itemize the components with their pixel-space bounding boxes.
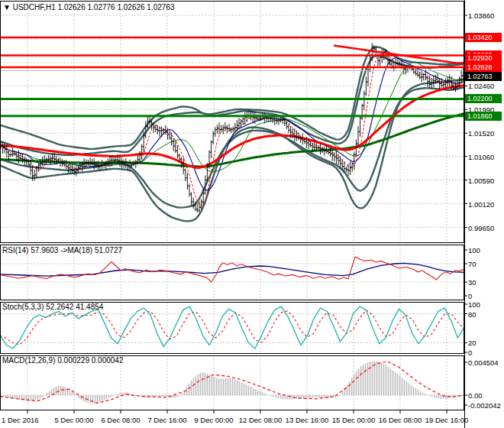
support-level-badge: 1.01860 [465,112,502,121]
chart-symbol-timeframe: USDCHF,H1 [13,3,56,11]
macd-indicator-label: MACD(12,26,9) 0.000229 0.000042 [2,356,123,365]
time-axis-label: 1 Dec 2016 [2,416,39,424]
rsi-axis-label: 70 [468,260,477,268]
stochastic-axis-label: 20 [468,339,477,347]
price-axis-label: 1.02460 [468,82,494,90]
resistance-level-badge: 1.02828 [465,63,502,72]
price-axis-label: 1.01060 [468,153,494,161]
time-axis-label: 16 Dec 08:00 [379,416,422,424]
time-axis-label: 19 Dec 16:00 [425,416,469,424]
support-level-badge: 1.02200 [465,94,502,103]
stochastic-axis-label: 0 [468,349,472,357]
trading-chart-window: ▼ USDCHF,H1 1.02626 1.02776 1.02626 1.02… [0,0,504,428]
price-axis-label: 1.03860 [468,11,494,20]
time-axis-label: 5 Dec 00:00 [54,416,93,424]
rsi-axis-label: 100 [468,246,480,255]
time-axis-label: 7 Dec 16:00 [147,416,186,424]
rsi-axis-label: 30 [468,278,477,287]
time-axis-label: 9 Dec 00:00 [194,416,233,424]
macd-axis-label: -0.002042 [468,401,501,410]
macd-axis-label: 0.004504 [468,358,499,367]
symbol-dropdown-icon[interactable]: ▼ [3,3,11,11]
current-price-badge: 1.02763 [465,72,502,81]
time-axis-label: 6 Dec 08:00 [101,416,140,424]
price-axis-label: 1.01520 [468,129,494,138]
chart-ohlc-values: 1.02626 1.02776 1.02626 1.02763 [58,3,175,11]
stochastic-axis-label: 80 [468,310,477,319]
stochastic-axis-label: 100 [468,300,480,309]
price-axis-label: 0.99650 [468,224,494,232]
main-plot-area[interactable] [0,1,464,243]
resistance-level-badge: 1.03420 [465,33,502,42]
rsi-indicator-label: RSI(14) 57.9603 ->MA(18) 51.0727 [2,246,122,255]
time-axis-label: 12 Dec 08:00 [239,416,283,424]
price-axis-label: 1.00590 [468,177,494,185]
chart-title: ▼ USDCHF,H1 1.02626 1.02776 1.02626 1.02… [3,3,175,11]
price-axis-label: 1.00120 [468,200,494,209]
time-axis-label: 15 Dec 00:00 [332,416,376,424]
time-axis-label: 13 Dec 16:00 [286,416,329,424]
macd-axis-label: 0.00 [468,391,483,400]
rsi-axis-label: 0 [468,292,472,300]
resistance-level-badge: 1.02920 [465,54,502,63]
stochastic-indicator-label: Stoch(5,3,3) 52.2642 41.4854 [2,303,103,311]
